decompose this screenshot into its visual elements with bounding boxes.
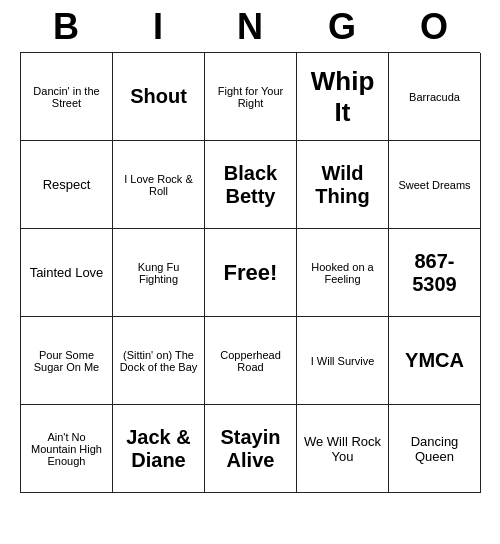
header-n: N <box>204 6 296 48</box>
bingo-cell[interactable]: (Sittin' on) The Dock of the Bay <box>113 317 205 405</box>
bingo-cell[interactable]: Fight for Your Right <box>205 53 297 141</box>
bingo-cell[interactable]: Tainted Love <box>21 229 113 317</box>
bingo-cell[interactable]: YMCA <box>389 317 481 405</box>
bingo-cell[interactable]: Whip It <box>297 53 389 141</box>
bingo-cell[interactable]: Ain't No Mountain High Enough <box>21 405 113 493</box>
bingo-cell[interactable]: 867-5309 <box>389 229 481 317</box>
header-o: O <box>388 6 480 48</box>
bingo-header: B I N G O <box>20 0 480 52</box>
header-b: B <box>20 6 112 48</box>
bingo-cell[interactable]: Dancing Queen <box>389 405 481 493</box>
bingo-cell[interactable]: Free! <box>205 229 297 317</box>
bingo-cell[interactable]: Copperhead Road <box>205 317 297 405</box>
bingo-cell[interactable]: Pour Some Sugar On Me <box>21 317 113 405</box>
header-g: G <box>296 6 388 48</box>
bingo-cell[interactable]: Shout <box>113 53 205 141</box>
bingo-cell[interactable]: Stayin Alive <box>205 405 297 493</box>
bingo-cell[interactable]: Dancin' in the Street <box>21 53 113 141</box>
bingo-cell[interactable]: I Love Rock & Roll <box>113 141 205 229</box>
bingo-cell[interactable]: I Will Survive <box>297 317 389 405</box>
header-i: I <box>112 6 204 48</box>
bingo-grid: Dancin' in the StreetShoutFight for Your… <box>20 52 480 493</box>
bingo-cell[interactable]: Barracuda <box>389 53 481 141</box>
bingo-cell[interactable]: Black Betty <box>205 141 297 229</box>
bingo-cell[interactable]: We Will Rock You <box>297 405 389 493</box>
bingo-cell[interactable]: Jack & Diane <box>113 405 205 493</box>
bingo-cell[interactable]: Kung Fu Fighting <box>113 229 205 317</box>
bingo-cell[interactable]: Respect <box>21 141 113 229</box>
bingo-cell[interactable]: Sweet Dreams <box>389 141 481 229</box>
bingo-cell[interactable]: Hooked on a Feeling <box>297 229 389 317</box>
bingo-cell[interactable]: Wild Thing <box>297 141 389 229</box>
